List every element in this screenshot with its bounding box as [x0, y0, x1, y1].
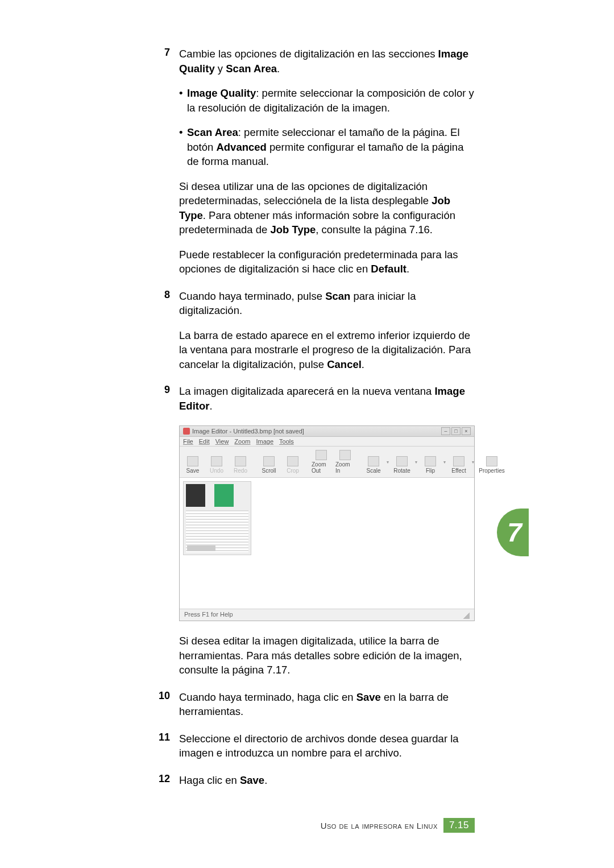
step-body: Si desea editar la imagen digitalizada, …	[179, 634, 475, 677]
chevron-down-icon[interactable]: ▾	[415, 460, 417, 465]
text-bold: Scan	[325, 290, 350, 302]
tb-redo[interactable]: Redo	[230, 449, 251, 475]
text-bold: Job Type	[270, 224, 316, 235]
step-12: 12 Haga clic en Save.	[156, 773, 475, 788]
ss-toolbar: Save Undo Redo Scroll Crop Zoom Out Zoom…	[180, 447, 474, 478]
text: Si desea utilizar una de las opciones de…	[179, 180, 432, 207]
tb-label: Scroll	[262, 468, 276, 474]
step-9: 9 La imagen digitalizada aparecerá en la…	[156, 384, 475, 413]
ss-canvas[interactable]	[180, 478, 474, 609]
step-9-after: Si desea editar la imagen digitalizada, …	[156, 634, 475, 677]
tb-label: Zoom In	[335, 461, 355, 474]
tb-label: Redo	[234, 468, 247, 474]
step-body: Cuando haya terminado, haga clic en Save…	[179, 690, 475, 719]
menu-tools[interactable]: Tools	[279, 438, 294, 445]
step-body: Seleccione el directorio de archivos don…	[179, 731, 475, 760]
tb-label: Crop	[287, 468, 299, 474]
chevron-down-icon[interactable]: ▾	[387, 460, 389, 465]
footer-section-title: Uso de la impresora en Linux	[321, 821, 438, 830]
tb-scroll[interactable]: Scroll	[258, 449, 280, 475]
redo-icon	[235, 456, 246, 466]
step-11: 11 Seleccione el directorio de archivos …	[156, 731, 475, 760]
step-number: 10	[156, 690, 179, 719]
menu-file[interactable]: File	[183, 438, 193, 445]
effect-icon	[453, 456, 464, 466]
minimize-button[interactable]: –	[441, 427, 450, 435]
tb-zoom-out[interactable]: Zoom Out	[310, 449, 332, 475]
scale-icon	[368, 456, 379, 466]
chevron-down-icon[interactable]: ▾	[443, 460, 446, 465]
menu-edit[interactable]: Edit	[199, 438, 210, 445]
text-bold: Scan Area	[226, 63, 277, 75]
page-footer: Uso de la impresora en Linux 7.15	[156, 818, 475, 833]
step-number: 8	[156, 289, 179, 372]
tb-label: Effect	[451, 468, 466, 474]
status-text: Press F1 for Help	[184, 611, 233, 619]
text: .	[264, 774, 267, 786]
step-body: La imagen digitalizada aparecerá en la n…	[179, 384, 475, 413]
tb-rotate[interactable]: Rotate	[391, 449, 413, 475]
tb-flip[interactable]: Flip	[420, 449, 441, 475]
tb-label: Scale	[366, 468, 380, 474]
step-number: 12	[156, 773, 179, 788]
text: La barra de estado aparece en el extremo…	[179, 329, 471, 370]
text: Cambie las opciones de digitalización en…	[179, 48, 438, 60]
tb-label: Save	[186, 468, 200, 474]
text: Puede restablecer la configuración prede…	[179, 249, 458, 275]
zoom-out-icon	[316, 450, 327, 460]
properties-icon	[486, 456, 497, 466]
step9-para1: La imagen digitalizada aparecerá en la n…	[179, 384, 475, 413]
text: , consulte la página 7.16.	[316, 224, 433, 235]
tb-effect[interactable]: Effect	[448, 449, 470, 475]
close-button[interactable]: ×	[462, 427, 471, 435]
scroll-icon	[263, 456, 275, 466]
maximize-button[interactable]: □	[451, 427, 460, 435]
text: La imagen digitalizada aparecerá en la n…	[179, 385, 434, 397]
ss-menubar: File Edit View Zoom Image Tools	[180, 437, 474, 447]
tb-save[interactable]: Save	[182, 449, 204, 475]
text-bold: Save	[356, 691, 381, 703]
step10-para: Cuando haya terminado, haga clic en Save…	[179, 690, 475, 719]
scanned-image-thumbnail[interactable]	[183, 481, 251, 555]
text: Cuando haya terminado, haga clic en	[179, 691, 356, 703]
bullet-scan-area: Scan Area: permite seleccionar el tamaño…	[179, 125, 475, 169]
tb-scale[interactable]: Scale	[363, 449, 384, 475]
menu-image[interactable]: Image	[256, 438, 273, 445]
thumbnail-label	[187, 545, 215, 551]
step-body: Haga clic en Save.	[179, 773, 475, 788]
text-bold: Save	[240, 774, 264, 786]
text: Haga clic en	[179, 774, 240, 786]
step-number: 9	[156, 384, 179, 413]
crop-icon	[287, 456, 298, 466]
step7-para2: Puede restablecer la configuración prede…	[179, 247, 475, 276]
rotate-icon	[396, 456, 408, 466]
text: .	[362, 358, 364, 370]
text-bold: Advanced	[216, 141, 266, 153]
resize-grip-icon[interactable]	[462, 611, 470, 619]
app-logo-icon	[183, 428, 190, 435]
step7-para1: Si desea utilizar una de las opciones de…	[179, 179, 475, 237]
step9-after: Si desea editar la imagen digitalizada, …	[179, 634, 475, 677]
menu-zoom[interactable]: Zoom	[234, 438, 250, 445]
tb-label: Flip	[426, 468, 435, 474]
tb-label: Rotate	[393, 468, 410, 474]
ss-titlebar: Image Editor - Untitled3.bmp [not saved]…	[180, 426, 474, 437]
undo-icon	[211, 456, 222, 466]
text-bold: Cancel	[327, 358, 362, 370]
step-10: 10 Cuando haya terminado, haga clic en S…	[156, 690, 475, 719]
tb-properties[interactable]: Properties	[481, 449, 503, 475]
tb-zoom-in[interactable]: Zoom In	[334, 449, 356, 475]
tb-undo[interactable]: Undo	[206, 449, 227, 475]
step11-para: Seleccione el directorio de archivos don…	[179, 731, 475, 760]
step12-para: Haga clic en Save.	[179, 773, 475, 788]
zoom-in-icon	[339, 450, 351, 460]
step8-para2: La barra de estado aparece en el extremo…	[179, 328, 475, 372]
text-bold: Default	[371, 263, 406, 275]
save-icon	[187, 456, 198, 466]
footer-page-number: 7.15	[443, 818, 475, 833]
step7-intro: Cambie las opciones de digitalización en…	[179, 47, 475, 76]
chevron-down-icon[interactable]: ▾	[472, 460, 474, 465]
menu-view[interactable]: View	[215, 438, 229, 445]
tb-crop[interactable]: Crop	[282, 449, 304, 475]
step8-para1: Cuando haya terminado, pulse Scan para i…	[179, 289, 475, 318]
